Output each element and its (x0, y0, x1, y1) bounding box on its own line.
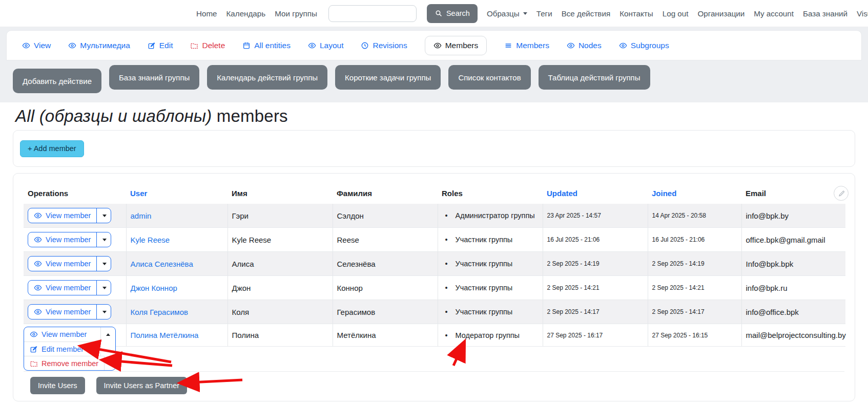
group-actions-table-button[interactable]: Таблица действий группы (539, 65, 650, 90)
nav-my-groups[interactable]: Мои группы (275, 9, 317, 18)
nav-calendar[interactable]: Календарь (226, 9, 266, 18)
nav-tags[interactable]: Теги (536, 9, 552, 18)
page-title: All (образцы и шаблоны) members (15, 106, 868, 126)
pencil-icon (838, 190, 845, 197)
view-member-button[interactable]: View member (24, 327, 100, 342)
dropdown-toggle[interactable] (96, 305, 111, 319)
tab-view[interactable]: View (22, 41, 51, 50)
table-row: View member admin Гэри Сэлдон •Администр… (24, 204, 845, 228)
last-name-cell: Сэлдон (333, 204, 438, 228)
invite-users-as-partner-button[interactable]: Invite Users as Partner (96, 377, 187, 394)
eye-icon (68, 41, 76, 50)
tab-delete[interactable]: Delete (190, 41, 225, 50)
contacts-list-button[interactable]: Список контактов (448, 65, 530, 90)
nav-logout[interactable]: Log out (663, 9, 689, 18)
user-link[interactable]: admin (131, 211, 152, 220)
edit-columns-button[interactable] (834, 186, 849, 201)
chevron-down-icon (102, 239, 107, 241)
dropdown-toggle[interactable] (96, 257, 111, 271)
edit-member-menu-item[interactable]: Edit member (24, 342, 115, 356)
view-member-split-button[interactable]: View member (28, 256, 111, 271)
group-knowledge-base-button[interactable]: База знаний группы (109, 65, 199, 90)
table-row: View member Kyle Reese Kyle Reese Reese … (24, 228, 845, 252)
col-joined-sort[interactable]: Joined (648, 182, 741, 204)
eye-icon (619, 41, 627, 50)
table-row: View member Edit member (24, 324, 845, 347)
entity-tabs: View Мультимедиа Edit Delete All entitie… (6, 30, 862, 60)
nav-contacts[interactable]: Контакты (619, 9, 653, 18)
user-link[interactable]: Kyle Reese (131, 236, 170, 244)
tab-all-entities[interactable]: All entities (242, 41, 291, 50)
operations-cell: View member (24, 276, 126, 300)
tab-multimedia[interactable]: Мультимедиа (68, 41, 130, 50)
tab-revisions[interactable]: Revisions (361, 41, 407, 50)
nav-all-actions[interactable]: Все действия (562, 9, 611, 18)
operations-cell: View member (24, 252, 126, 276)
eye-icon (30, 330, 38, 338)
user-link[interactable]: Джон Коннор (131, 284, 177, 292)
eye-icon (308, 41, 316, 50)
nav-home[interactable]: Home (196, 9, 217, 18)
view-member-split-button[interactable]: View member (28, 304, 111, 319)
updated-cell: 2 Sep 2025 - 14:21 (543, 276, 648, 300)
eye-icon (34, 284, 42, 292)
tab-nodes[interactable]: Nodes (567, 41, 602, 50)
user-link[interactable]: Полина Метёлкина (131, 331, 199, 339)
nav-visualisation[interactable]: Visualisation (857, 9, 868, 18)
remove-member-menu-item[interactable]: Remove member (24, 356, 115, 370)
view-member-split-button[interactable]: View member (28, 232, 111, 247)
email-cell: info@bpk.by (741, 204, 845, 228)
dropdown-toggle[interactable] (96, 281, 111, 295)
updated-cell: 2 Sep 2025 - 14:17 (543, 300, 648, 324)
tab-subgroups[interactable]: Subgroups (619, 41, 669, 50)
add-member-panel: + Add member (13, 130, 855, 167)
members-table-panel: Operations User Имя Фамилия Roles Update… (13, 173, 855, 401)
user-link[interactable]: Коля Герасимов (131, 308, 188, 316)
nav-samples[interactable]: Образцы (487, 9, 527, 18)
nav-organizations[interactable]: Организации (697, 9, 745, 18)
last-name-cell: Герасимов (333, 300, 438, 324)
role-bullet: • (445, 284, 456, 292)
joined-cell: 2 Sep 2025 - 14:21 (648, 276, 741, 300)
chevron-down-icon (523, 12, 527, 15)
dropdown-toggle[interactable] (96, 208, 111, 223)
view-member-split-button[interactable]: View member (28, 208, 111, 223)
group-actions-calendar-button[interactable]: Календарь действий группы (207, 65, 327, 90)
col-updated-sort[interactable]: Updated (543, 182, 648, 204)
col-user-sort[interactable]: User (126, 182, 228, 204)
add-member-button[interactable]: + Add member (20, 140, 84, 157)
joined-cell: 2 Sep 2025 - 14:17 (648, 300, 741, 324)
nav-knowledge-base[interactable]: База знаний (803, 9, 848, 18)
role-bullet: • (445, 331, 456, 339)
user-link[interactable]: Алиса Селезнёва (131, 260, 193, 268)
col-last-name: Фамилия (333, 182, 438, 204)
role-cell: •Участник группы (438, 252, 543, 276)
dropdown-button-row: View member (24, 327, 115, 342)
operations-cell: View member Edit member (24, 324, 126, 347)
col-first-name: Имя (228, 182, 333, 204)
tab-edit[interactable]: Edit (148, 41, 173, 50)
tab-members-list[interactable]: Members (504, 41, 549, 50)
dropdown-toggle[interactable] (96, 232, 111, 247)
joined-cell: 27 Sep 2025 - 16:15 (648, 324, 741, 347)
table-row: View member Коля Герасимов Коля Герасимо… (24, 300, 845, 324)
chevron-down-icon (102, 287, 107, 289)
search-input[interactable] (328, 5, 417, 22)
nav-my-account[interactable]: My account (754, 9, 794, 18)
operations-cell: View member (24, 228, 126, 252)
group-short-tasks-button[interactable]: Короткие задачи группы (335, 65, 441, 90)
tab-layout[interactable]: Layout (308, 41, 344, 50)
invite-users-button[interactable]: Invite Users (30, 377, 85, 394)
role-bullet: • (445, 236, 456, 244)
search-button[interactable]: Search (427, 4, 478, 23)
first-name-cell: Kyle Reese (228, 228, 333, 252)
add-action-button[interactable]: Добавить действие (13, 69, 101, 93)
last-name-cell: Селезнёва (333, 252, 438, 276)
chevron-down-icon (102, 263, 107, 265)
eye-icon (433, 41, 442, 50)
tab-members-active[interactable]: Members (425, 36, 487, 55)
list-icon (504, 41, 512, 50)
dropdown-toggle-open[interactable] (100, 327, 115, 342)
view-member-split-button[interactable]: View member (28, 280, 111, 295)
email-cell: mail@belprojectconsulting.by (741, 324, 845, 347)
